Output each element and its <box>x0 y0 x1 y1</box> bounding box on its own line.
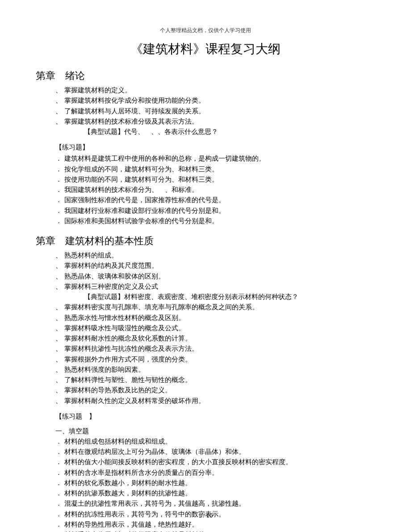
list-item: 国际标准和美国材料试验学会标准的代号分别是和。 <box>55 216 375 226</box>
chapter-2-points-a: 熟悉材料的组成。 掌握材料的结构及其尺度范围。 熟悉晶体、玻璃体和胶体的区别。 … <box>55 250 375 292</box>
list-item: 掌握材料耐久性的定义及材料常受的破坏作用。 <box>55 396 375 406</box>
list-item: 掌握材料耐水性的概念及软化系数的计算。 <box>55 333 375 344</box>
list-item: 掌握材料的导热系数及比热的定义。 <box>55 385 375 395</box>
list-item: 掌握根据外力作用方式不同，强度的分类。 <box>55 354 375 365</box>
list-item: 材料的值大小能间接反映材料的密实程度，的大小直接反映材料的密实程度。 <box>55 457 375 467</box>
list-item: 了解材料弹性与塑性、脆性与韧性的概念。 <box>55 375 375 385</box>
document-title: 《建筑材料》课程复习大纲 <box>36 41 375 58</box>
list-item: 熟悉晶体、玻璃体和胶体的区别。 <box>55 271 375 282</box>
list-item: 掌握材料三种密度的定义及公式 <box>55 282 375 292</box>
list-item: 按使用功能的不同，建筑材料可分为、和材料三类。 <box>55 175 375 185</box>
chapter-1-points: 掌握建筑材料的定义。 掌握建筑材料按化学成分和按使用功能的分类。 了解建筑材料与… <box>55 85 375 127</box>
list-item: 材料的含水率是指材料所含水分的质量占的百分率。 <box>55 468 375 478</box>
list-item: 材料受外力作用破坏时的极限应力值就是材料的。 <box>55 530 375 532</box>
list-item: 建筑材料是建筑工程中使用的各种和的总称，是构成一切建筑物的。 <box>55 154 375 164</box>
list-item: 熟悉亲水性与憎水性材料的概念及区别。 <box>55 313 375 323</box>
list-item: 材料的导热性用表示，其值越，绝热性越好。 <box>55 520 375 530</box>
chapter-1-title: 第章 绪论 <box>36 69 375 83</box>
chapter-1-exercise-label: 【练习题】 <box>55 143 375 152</box>
list-item: 了解建筑材料与人居环境、可持续发展的关系。 <box>55 106 375 116</box>
list-item: 掌握建筑材料的定义。 <box>55 85 375 96</box>
chapter-2-typical: 【典型试题】材料密度、表观密度、堆积密度分别表示材料的何种状态？ <box>84 292 375 302</box>
chapter-2-exercise-label: 【练习题 】 <box>55 412 375 421</box>
list-item: 熟悉材料的组成。 <box>55 250 375 261</box>
list-item: 掌握建筑材料按化学成分和按使用功能的分类。 <box>55 96 375 106</box>
list-item: 掌握材料吸水性与吸湿性的概念及公式。 <box>55 323 375 333</box>
document-page: 个人整理精品文档，仅供个人学习使用 《建筑材料》课程复习大纲 第章 绪论 掌握建… <box>0 0 411 532</box>
list-item: 我国建材行业标准和建设部行业标准的代号分别是和。 <box>55 206 375 216</box>
list-item: 我国建筑材料的技术标准分为、 、和标准。 <box>55 185 375 195</box>
list-item: 国家强制性标准的代号是，国家推荐性标准的代号是。 <box>55 195 375 205</box>
chapter-1-typical: 【典型试题】代号、 、、各表示什么意思？ <box>84 127 375 137</box>
list-item: 掌握材料抗渗性与抗冻性的概念及表示方法。 <box>55 344 375 354</box>
list-item: 混凝土的抗渗性常用表示，其符号为，其值越高，抗渗性越。 <box>55 499 375 509</box>
list-item: 材料的软化系数越小，则材料的耐水性越。 <box>55 478 375 488</box>
top-note: 个人整理精品文档，仅供个人学习使用 <box>36 27 375 34</box>
list-item: 熟悉材料强度的影响因素。 <box>55 365 375 375</box>
list-item: 材料在微观结构层次上可分为晶体、玻璃体（非晶体）和体。 <box>55 447 375 457</box>
list-item: 掌握建筑材料的技术标准分级及其表示方法。 <box>55 116 375 127</box>
chapter-2-section1-label: 一、填空题 <box>55 427 375 436</box>
chapter-2-title: 第章 建筑材料的基本性质 <box>36 234 375 248</box>
list-item: 材料的抗渗系数越大，则材料的抗渗性越。 <box>55 488 375 499</box>
list-item: 材料的组成包括材料的组成和组成。 <box>55 436 375 447</box>
list-item: 掌握材料密实度与孔隙率、填充率与孔隙率的概念及之间的关系。 <box>55 302 375 312</box>
list-item: 按化学组成的不同，建筑材料可分为、和材料三类。 <box>55 164 375 175</box>
chapter-2-points-b: 掌握材料密实度与孔隙率、填充率与孔隙率的概念及之间的关系。 熟悉亲水性与憎水性材… <box>55 302 375 406</box>
list-item: 掌握材料的结构及其尺度范围。 <box>55 261 375 271</box>
page-footer: 1 / 10 <box>0 512 411 520</box>
chapter-1-exercises: 建筑材料是建筑工程中使用的各种和的总称，是构成一切建筑物的。 按化学组成的不同，… <box>55 154 375 226</box>
